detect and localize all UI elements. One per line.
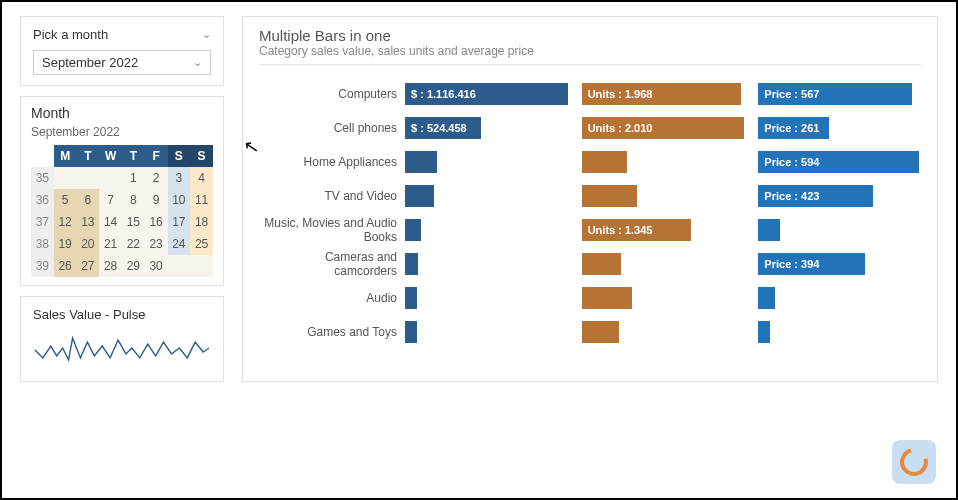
category-label: Cameras and camcorders <box>259 250 405 278</box>
month-dropdown-value: September 2022 <box>42 55 138 70</box>
bar-price[interactable] <box>758 219 780 241</box>
calendar-day-cell[interactable]: 12 <box>54 211 77 233</box>
bar-price[interactable]: Price : 567 <box>758 83 912 105</box>
chevron-down-icon: ⌄ <box>193 56 202 69</box>
calendar-day-cell <box>168 255 191 277</box>
calendar-day-cell[interactable]: 20 <box>77 233 100 255</box>
category-label: Home Appliances <box>259 155 405 169</box>
chart-row: Games and Toys <box>259 317 921 347</box>
calendar-week-number: 37 <box>31 211 54 233</box>
calendar-day-cell[interactable]: 8 <box>122 189 145 211</box>
calendar-day-cell[interactable]: 23 <box>145 233 168 255</box>
bar-value[interactable] <box>405 253 418 275</box>
calendar-day-cell[interactable]: 27 <box>77 255 100 277</box>
bar-price[interactable]: Price : 594 <box>758 151 919 173</box>
bar-units[interactable] <box>582 253 622 275</box>
calendar-day-cell[interactable]: 4 <box>190 167 213 189</box>
calendar-day-cell[interactable]: 28 <box>99 255 122 277</box>
bar-price[interactable]: Price : 261 <box>758 117 829 139</box>
bar-price[interactable]: Price : 394 <box>758 253 865 275</box>
calendar-day-cell <box>54 167 77 189</box>
month-picker-panel: Pick a month ⌄ September 2022 ⌄ <box>20 16 224 86</box>
chart-row: Audio <box>259 283 921 313</box>
collapse-icon[interactable]: ⌄ <box>202 28 211 41</box>
bar-price[interactable]: Price : 423 <box>758 185 873 207</box>
calendar-day-cell[interactable]: 13 <box>77 211 100 233</box>
pulse-title: Sales Value - Pulse <box>33 307 211 322</box>
calendar-day-cell[interactable]: 21 <box>99 233 122 255</box>
bar-units[interactable] <box>582 321 619 343</box>
calendar-day-header: F <box>145 145 168 167</box>
category-label: Computers <box>259 87 405 101</box>
chart-row: Cameras and camcordersPrice : 394 <box>259 249 921 279</box>
bar-value[interactable]: $ : 1.116.416 <box>405 83 568 105</box>
calendar-day-cell[interactable]: 30 <box>145 255 168 277</box>
pulse-sparkline <box>33 328 211 368</box>
calendar-day-cell[interactable]: 19 <box>54 233 77 255</box>
bar-units[interactable] <box>582 151 627 173</box>
chart-row: Home AppliancesPrice : 594 <box>259 147 921 177</box>
chart-title: Multiple Bars in one <box>259 27 921 44</box>
category-label: Music, Movies and Audio Books <box>259 216 405 244</box>
bar-units[interactable]: Units : 1.968 <box>582 83 741 105</box>
calendar-day-cell[interactable]: 6 <box>77 189 100 211</box>
chart-row: Computers$ : 1.116.416Units : 1.968Price… <box>259 79 921 109</box>
calendar-day-header: S <box>168 145 191 167</box>
calendar-day-cell[interactable]: 29 <box>122 255 145 277</box>
bar-value[interactable] <box>405 219 421 241</box>
calendar-day-cell[interactable]: 18 <box>190 211 213 233</box>
bar-value[interactable] <box>405 321 417 343</box>
calendar-day-header: T <box>122 145 145 167</box>
category-label: Cell phones <box>259 121 405 135</box>
calendar-day-cell[interactable]: 3 <box>168 167 191 189</box>
calendar-day-cell[interactable]: 7 <box>99 189 122 211</box>
category-label: TV and Video <box>259 189 405 203</box>
calendar-day-cell[interactable]: 11 <box>190 189 213 211</box>
calendar-day-cell[interactable]: 1 <box>122 167 145 189</box>
calendar-day-cell[interactable]: 22 <box>122 233 145 255</box>
calendar-day-cell[interactable]: 15 <box>122 211 145 233</box>
calendar-day-header: M <box>54 145 77 167</box>
calendar-day-cell[interactable]: 14 <box>99 211 122 233</box>
calendar-grid: MTWTFSS 35123436567891011371213141516171… <box>31 145 213 277</box>
bar-units[interactable] <box>582 185 637 207</box>
month-picker-title: Pick a month <box>33 27 108 42</box>
calendar-day-cell[interactable]: 10 <box>168 189 191 211</box>
bar-value[interactable] <box>405 185 434 207</box>
bar-value[interactable] <box>405 287 417 309</box>
bar-units[interactable]: Units : 2.010 <box>582 117 745 139</box>
calendar-day-cell[interactable]: 26 <box>54 255 77 277</box>
pulse-panel: Sales Value - Pulse <box>20 296 224 382</box>
calendar-week-number: 38 <box>31 233 54 255</box>
bar-price[interactable] <box>758 287 774 309</box>
calendar-day-cell[interactable]: 9 <box>145 189 168 211</box>
bar-price[interactable] <box>758 321 770 343</box>
month-dropdown[interactable]: September 2022 ⌄ <box>33 50 211 75</box>
calendar-day-cell[interactable]: 16 <box>145 211 168 233</box>
bar-units[interactable]: Units : 1.345 <box>582 219 691 241</box>
calendar-day-header <box>31 145 54 167</box>
chart-subtitle: Category sales value, sales units and av… <box>259 44 921 58</box>
calendar-day-cell[interactable]: 2 <box>145 167 168 189</box>
bar-value[interactable] <box>405 151 437 173</box>
calendar-week-number: 36 <box>31 189 54 211</box>
calendar-subtitle: September 2022 <box>31 125 213 139</box>
bar-units[interactable] <box>582 287 632 309</box>
brand-logo <box>892 440 936 484</box>
chart-row: Music, Movies and Audio BooksUnits : 1.3… <box>259 215 921 245</box>
calendar-day-cell[interactable]: 17 <box>168 211 191 233</box>
chart-row: TV and VideoPrice : 423 <box>259 181 921 211</box>
calendar-day-header: W <box>99 145 122 167</box>
calendar-week-number: 35 <box>31 167 54 189</box>
bar-value[interactable]: $ : 524.458 <box>405 117 481 139</box>
calendar-week-number: 39 <box>31 255 54 277</box>
calendar-day-cell[interactable]: 25 <box>190 233 213 255</box>
calendar-panel: Month September 2022 MTWTFSS 35123436567… <box>20 96 224 286</box>
chart-panel: Multiple Bars in one Category sales valu… <box>242 16 938 382</box>
calendar-day-cell <box>190 255 213 277</box>
calendar-title: Month <box>31 105 213 121</box>
calendar-day-cell[interactable]: 5 <box>54 189 77 211</box>
calendar-day-cell <box>99 167 122 189</box>
calendar-day-header: S <box>190 145 213 167</box>
calendar-day-cell[interactable]: 24 <box>168 233 191 255</box>
